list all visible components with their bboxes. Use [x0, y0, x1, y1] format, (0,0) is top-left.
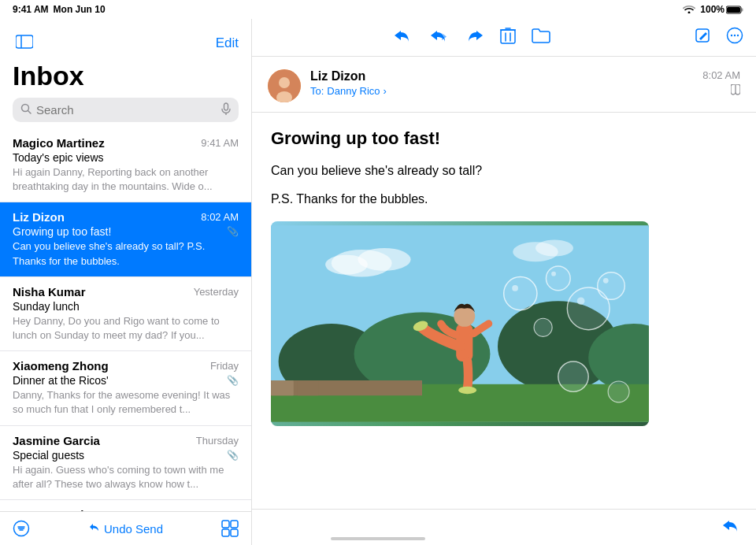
mail-sender: Liz Dizon	[13, 210, 65, 224]
svg-point-26	[737, 35, 739, 36]
mail-subject: Special guests	[13, 449, 84, 462]
reply-all-button[interactable]	[428, 28, 450, 47]
svg-point-55	[598, 272, 625, 300]
email-header: Liz Dizon To: Danny Rico › 8:02 AM	[252, 57, 756, 113]
home-indicator	[331, 537, 425, 540]
mail-item-ryan[interactable]: Ryan Notch Wednesday Out of town Howdy, …	[0, 500, 251, 511]
svg-line-6	[28, 111, 32, 114]
mail-list-toolbar: Edit	[13, 25, 239, 57]
wifi-icon	[683, 4, 695, 16]
reply-back-button[interactable]	[393, 28, 412, 47]
attachment-icon: 📎	[227, 450, 239, 461]
mail-preview: Can you believe she's already so tall? P…	[13, 239, 239, 268]
status-bar-right: 100%	[683, 4, 743, 16]
reply-button[interactable]	[721, 517, 740, 537]
detail-toolbar-right	[695, 27, 743, 48]
svg-rect-15	[222, 529, 229, 536]
mail-time: Thursday	[196, 435, 239, 447]
mail-item-liz[interactable]: Liz Dizon 8:02 AM Growing up too fast! 📎…	[0, 202, 251, 276]
search-input[interactable]	[36, 103, 217, 117]
app-container: Edit Inbox	[0, 19, 756, 545]
inbox-title: Inbox	[13, 57, 239, 98]
email-from-name: Liz Dizon	[310, 69, 693, 83]
mail-subject: Growing up too fast!	[13, 225, 111, 238]
email-detail-panel: Liz Dizon To: Danny Rico › 8:02 AM Growi…	[252, 19, 756, 545]
sidebar-toggle-button[interactable]	[13, 32, 36, 54]
mail-time: Yesterday	[194, 286, 239, 298]
folder-button[interactable]	[532, 28, 550, 47]
forward-button[interactable]	[465, 28, 484, 47]
mail-item-xiaomeng[interactable]: Xiaomeng Zhong Friday Dinner at the Rico…	[0, 351, 251, 425]
filter-button[interactable]	[13, 520, 30, 537]
detail-footer	[252, 509, 756, 545]
mail-subject: Today's epic views	[13, 151, 104, 164]
svg-rect-16	[231, 529, 238, 536]
search-icon	[20, 103, 32, 117]
status-bar-left: 9:41 AM Mon Jun 10	[13, 4, 106, 15]
email-to-row[interactable]: To: Danny Rico ›	[310, 85, 693, 97]
svg-point-48	[551, 272, 556, 276]
mail-list-header: Edit Inbox	[0, 19, 251, 128]
mail-sender: Magico Martinez	[13, 136, 105, 150]
svg-point-47	[546, 266, 570, 291]
mail-subject: Sunday lunch	[13, 300, 80, 313]
windows-button[interactable]	[221, 520, 239, 537]
svg-rect-1	[727, 7, 740, 13]
search-bar[interactable]	[13, 98, 239, 122]
mail-time: Friday	[210, 360, 239, 372]
more-options-button[interactable]	[726, 27, 743, 48]
email-attachment-image	[271, 221, 649, 426]
svg-point-44	[504, 276, 537, 310]
status-date: Mon Jun 10	[54, 4, 106, 15]
trash-button[interactable]	[500, 27, 516, 48]
mail-sender: Nisha Kumar	[13, 285, 86, 298]
mail-sender: Jasmine Garcia	[13, 434, 100, 447]
mail-time: 8:02 AM	[201, 211, 239, 223]
edit-button[interactable]: Edit	[216, 35, 239, 51]
mail-time: 9:41 AM	[201, 137, 239, 149]
mail-sender: Xiaomeng Zhong	[13, 359, 109, 373]
email-body-line2: P.S. Thanks for the bubbles.	[271, 190, 737, 209]
email-timestamp: 8:02 AM	[702, 69, 740, 81]
svg-point-45	[512, 285, 518, 291]
mail-item-magico[interactable]: Magico Martinez 9:41 AM Today's epic vie…	[0, 128, 251, 202]
mail-subject: Dinner at the Ricos'	[13, 374, 109, 387]
svg-point-65	[536, 239, 573, 256]
detail-toolbar-left	[265, 27, 679, 48]
mail-items-list: Magico Martinez 9:41 AM Today's epic vie…	[0, 128, 251, 511]
svg-point-42	[458, 387, 476, 395]
email-to-name: Danny Rico	[327, 85, 380, 97]
undo-send-button[interactable]: Undo Send	[88, 522, 163, 536]
chevron-right-icon: ›	[384, 85, 387, 97]
attachment-icon: 📎	[227, 226, 239, 237]
svg-rect-38	[298, 380, 319, 395]
to-label: To:	[310, 85, 324, 97]
svg-rect-2	[742, 8, 743, 11]
svg-point-53	[534, 318, 552, 336]
mail-preview: Danny, Thanks for the awesome evening! I…	[13, 388, 239, 417]
mail-list-footer: Undo Send	[0, 511, 251, 545]
mail-item-jasmine[interactable]: Jasmine Garcia Thursday Special guests 📎…	[0, 426, 251, 500]
email-header-info: Liz Dizon To: Danny Rico ›	[310, 69, 693, 97]
svg-point-56	[603, 278, 609, 284]
svg-point-58	[558, 361, 588, 391]
svg-point-60	[608, 381, 629, 402]
status-time: 9:41 AM	[13, 4, 49, 15]
svg-rect-13	[222, 521, 229, 528]
status-bar: 9:41 AM Mon Jun 10 100%	[0, 0, 756, 19]
detail-toolbar	[252, 19, 756, 57]
mail-preview: Hi again. Guess who's coming to town wit…	[13, 463, 239, 491]
svg-point-28	[279, 77, 290, 88]
svg-rect-17	[501, 30, 515, 43]
svg-rect-7	[224, 103, 228, 110]
compose-button[interactable]	[695, 28, 710, 47]
mail-list-panel: Edit Inbox	[0, 19, 252, 545]
svg-rect-14	[231, 521, 238, 528]
email-attachment-indicator	[731, 84, 740, 98]
sender-avatar	[268, 69, 301, 102]
email-body-line1: Can you believe she's already so tall?	[271, 161, 737, 180]
email-body: Growing up too fast! Can you believe she…	[252, 113, 756, 509]
mail-preview: Hey Danny, Do you and Rigo want to come …	[13, 314, 239, 343]
mail-item-nisha[interactable]: Nisha Kumar Yesterday Sunday lunch Hey D…	[0, 277, 251, 351]
svg-point-51	[577, 297, 585, 305]
